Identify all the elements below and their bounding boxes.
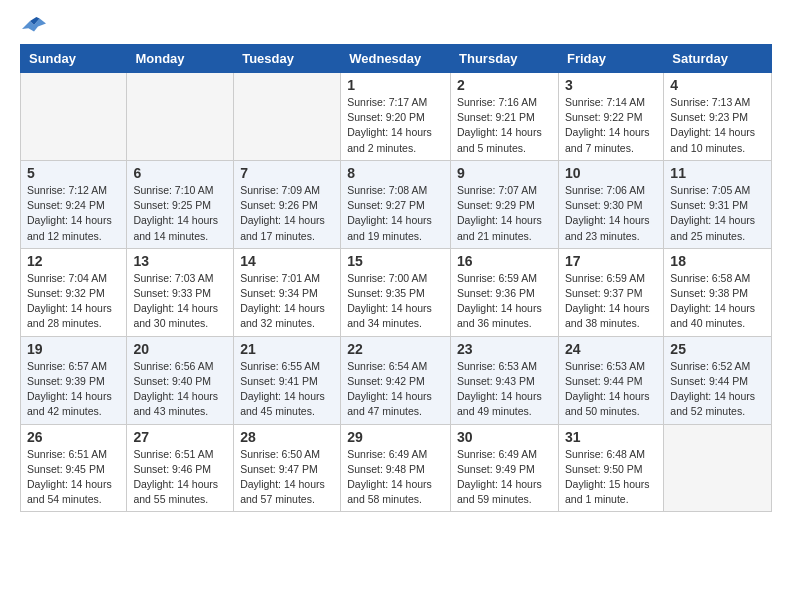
day-number: 3 xyxy=(565,77,657,93)
calendar-day-cell: 31Sunrise: 6:48 AM Sunset: 9:50 PM Dayli… xyxy=(558,424,663,512)
day-number: 18 xyxy=(670,253,765,269)
day-info: Sunrise: 7:10 AM Sunset: 9:25 PM Dayligh… xyxy=(133,183,227,244)
day-info: Sunrise: 6:55 AM Sunset: 9:41 PM Dayligh… xyxy=(240,359,334,420)
day-info: Sunrise: 6:58 AM Sunset: 9:38 PM Dayligh… xyxy=(670,271,765,332)
calendar-week-row: 12Sunrise: 7:04 AM Sunset: 9:32 PM Dayli… xyxy=(21,248,772,336)
calendar-day-cell: 6Sunrise: 7:10 AM Sunset: 9:25 PM Daylig… xyxy=(127,160,234,248)
calendar-table: SundayMondayTuesdayWednesdayThursdayFrid… xyxy=(20,44,772,512)
day-info: Sunrise: 6:54 AM Sunset: 9:42 PM Dayligh… xyxy=(347,359,444,420)
day-number: 15 xyxy=(347,253,444,269)
day-info: Sunrise: 7:06 AM Sunset: 9:30 PM Dayligh… xyxy=(565,183,657,244)
calendar-day-header: Thursday xyxy=(451,45,559,73)
calendar-day-cell: 3Sunrise: 7:14 AM Sunset: 9:22 PM Daylig… xyxy=(558,73,663,161)
day-info: Sunrise: 6:49 AM Sunset: 9:48 PM Dayligh… xyxy=(347,447,444,508)
calendar-day-header: Saturday xyxy=(664,45,772,73)
day-number: 2 xyxy=(457,77,552,93)
day-info: Sunrise: 6:52 AM Sunset: 9:44 PM Dayligh… xyxy=(670,359,765,420)
calendar-day-cell: 24Sunrise: 6:53 AM Sunset: 9:44 PM Dayli… xyxy=(558,336,663,424)
day-number: 1 xyxy=(347,77,444,93)
day-number: 17 xyxy=(565,253,657,269)
calendar-day-cell: 26Sunrise: 6:51 AM Sunset: 9:45 PM Dayli… xyxy=(21,424,127,512)
calendar-day-cell: 17Sunrise: 6:59 AM Sunset: 9:37 PM Dayli… xyxy=(558,248,663,336)
day-number: 20 xyxy=(133,341,227,357)
day-info: Sunrise: 7:09 AM Sunset: 9:26 PM Dayligh… xyxy=(240,183,334,244)
day-info: Sunrise: 6:49 AM Sunset: 9:49 PM Dayligh… xyxy=(457,447,552,508)
calendar-day-cell xyxy=(21,73,127,161)
day-number: 30 xyxy=(457,429,552,445)
calendar-day-header: Monday xyxy=(127,45,234,73)
calendar-week-row: 26Sunrise: 6:51 AM Sunset: 9:45 PM Dayli… xyxy=(21,424,772,512)
day-info: Sunrise: 7:12 AM Sunset: 9:24 PM Dayligh… xyxy=(27,183,120,244)
calendar-day-header: Wednesday xyxy=(341,45,451,73)
calendar-day-header: Tuesday xyxy=(234,45,341,73)
calendar-day-header: Sunday xyxy=(21,45,127,73)
day-info: Sunrise: 6:51 AM Sunset: 9:46 PM Dayligh… xyxy=(133,447,227,508)
calendar-day-cell: 8Sunrise: 7:08 AM Sunset: 9:27 PM Daylig… xyxy=(341,160,451,248)
calendar-day-cell: 30Sunrise: 6:49 AM Sunset: 9:49 PM Dayli… xyxy=(451,424,559,512)
day-info: Sunrise: 6:56 AM Sunset: 9:40 PM Dayligh… xyxy=(133,359,227,420)
day-info: Sunrise: 7:07 AM Sunset: 9:29 PM Dayligh… xyxy=(457,183,552,244)
calendar-day-cell xyxy=(234,73,341,161)
day-number: 9 xyxy=(457,165,552,181)
day-number: 22 xyxy=(347,341,444,357)
calendar-day-cell: 22Sunrise: 6:54 AM Sunset: 9:42 PM Dayli… xyxy=(341,336,451,424)
day-number: 8 xyxy=(347,165,444,181)
calendar-day-cell: 5Sunrise: 7:12 AM Sunset: 9:24 PM Daylig… xyxy=(21,160,127,248)
calendar-week-row: 1Sunrise: 7:17 AM Sunset: 9:20 PM Daylig… xyxy=(21,73,772,161)
day-info: Sunrise: 6:48 AM Sunset: 9:50 PM Dayligh… xyxy=(565,447,657,508)
logo-bird-icon xyxy=(22,16,46,34)
calendar-day-cell: 19Sunrise: 6:57 AM Sunset: 9:39 PM Dayli… xyxy=(21,336,127,424)
calendar-day-cell: 11Sunrise: 7:05 AM Sunset: 9:31 PM Dayli… xyxy=(664,160,772,248)
day-info: Sunrise: 6:57 AM Sunset: 9:39 PM Dayligh… xyxy=(27,359,120,420)
calendar-day-cell: 21Sunrise: 6:55 AM Sunset: 9:41 PM Dayli… xyxy=(234,336,341,424)
calendar-day-cell: 13Sunrise: 7:03 AM Sunset: 9:33 PM Dayli… xyxy=(127,248,234,336)
calendar-week-row: 5Sunrise: 7:12 AM Sunset: 9:24 PM Daylig… xyxy=(21,160,772,248)
calendar-day-cell: 10Sunrise: 7:06 AM Sunset: 9:30 PM Dayli… xyxy=(558,160,663,248)
day-number: 5 xyxy=(27,165,120,181)
day-number: 23 xyxy=(457,341,552,357)
calendar-day-header: Friday xyxy=(558,45,663,73)
header xyxy=(20,16,772,34)
calendar-day-cell: 20Sunrise: 6:56 AM Sunset: 9:40 PM Dayli… xyxy=(127,336,234,424)
calendar-day-cell xyxy=(664,424,772,512)
calendar-day-cell: 15Sunrise: 7:00 AM Sunset: 9:35 PM Dayli… xyxy=(341,248,451,336)
day-number: 27 xyxy=(133,429,227,445)
calendar-day-cell: 14Sunrise: 7:01 AM Sunset: 9:34 PM Dayli… xyxy=(234,248,341,336)
calendar-day-cell: 29Sunrise: 6:49 AM Sunset: 9:48 PM Dayli… xyxy=(341,424,451,512)
day-number: 13 xyxy=(133,253,227,269)
day-number: 7 xyxy=(240,165,334,181)
logo xyxy=(20,16,46,34)
calendar-week-row: 19Sunrise: 6:57 AM Sunset: 9:39 PM Dayli… xyxy=(21,336,772,424)
day-number: 19 xyxy=(27,341,120,357)
day-info: Sunrise: 6:50 AM Sunset: 9:47 PM Dayligh… xyxy=(240,447,334,508)
calendar-day-cell: 27Sunrise: 6:51 AM Sunset: 9:46 PM Dayli… xyxy=(127,424,234,512)
day-number: 12 xyxy=(27,253,120,269)
day-info: Sunrise: 6:59 AM Sunset: 9:37 PM Dayligh… xyxy=(565,271,657,332)
page-container: SundayMondayTuesdayWednesdayThursdayFrid… xyxy=(0,0,792,528)
day-info: Sunrise: 7:01 AM Sunset: 9:34 PM Dayligh… xyxy=(240,271,334,332)
calendar-header-row: SundayMondayTuesdayWednesdayThursdayFrid… xyxy=(21,45,772,73)
day-number: 25 xyxy=(670,341,765,357)
day-number: 10 xyxy=(565,165,657,181)
day-number: 29 xyxy=(347,429,444,445)
day-info: Sunrise: 7:08 AM Sunset: 9:27 PM Dayligh… xyxy=(347,183,444,244)
day-number: 6 xyxy=(133,165,227,181)
calendar-day-cell: 9Sunrise: 7:07 AM Sunset: 9:29 PM Daylig… xyxy=(451,160,559,248)
day-info: Sunrise: 7:03 AM Sunset: 9:33 PM Dayligh… xyxy=(133,271,227,332)
calendar-day-cell: 1Sunrise: 7:17 AM Sunset: 9:20 PM Daylig… xyxy=(341,73,451,161)
day-number: 31 xyxy=(565,429,657,445)
day-info: Sunrise: 6:53 AM Sunset: 9:43 PM Dayligh… xyxy=(457,359,552,420)
day-info: Sunrise: 7:04 AM Sunset: 9:32 PM Dayligh… xyxy=(27,271,120,332)
day-number: 24 xyxy=(565,341,657,357)
day-info: Sunrise: 7:05 AM Sunset: 9:31 PM Dayligh… xyxy=(670,183,765,244)
calendar-day-cell xyxy=(127,73,234,161)
day-number: 4 xyxy=(670,77,765,93)
calendar-day-cell: 18Sunrise: 6:58 AM Sunset: 9:38 PM Dayli… xyxy=(664,248,772,336)
day-info: Sunrise: 7:17 AM Sunset: 9:20 PM Dayligh… xyxy=(347,95,444,156)
calendar-day-cell: 2Sunrise: 7:16 AM Sunset: 9:21 PM Daylig… xyxy=(451,73,559,161)
day-info: Sunrise: 6:51 AM Sunset: 9:45 PM Dayligh… xyxy=(27,447,120,508)
day-info: Sunrise: 6:59 AM Sunset: 9:36 PM Dayligh… xyxy=(457,271,552,332)
day-number: 26 xyxy=(27,429,120,445)
day-info: Sunrise: 7:16 AM Sunset: 9:21 PM Dayligh… xyxy=(457,95,552,156)
calendar-day-cell: 23Sunrise: 6:53 AM Sunset: 9:43 PM Dayli… xyxy=(451,336,559,424)
